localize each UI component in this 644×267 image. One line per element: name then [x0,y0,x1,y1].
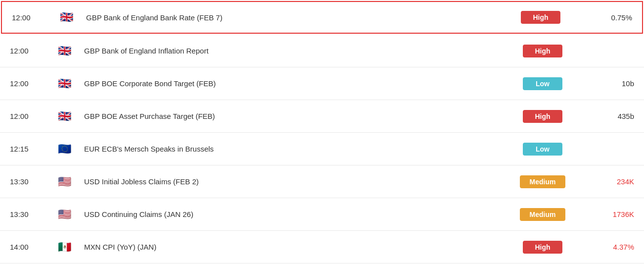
flag-icon: 🇲🇽 [56,239,72,255]
event-value: 4.37% [575,243,634,251]
usd-flag: 🇺🇸 [49,207,79,222]
event-value: 435b [575,112,634,120]
event-name: GBP BOE Asset Purchase Target (FEB) [79,112,510,120]
event-name: USD Initial Jobless Claims (FEB 2) [79,177,510,186]
impact-badge-container: Low [510,143,575,156]
impact-badge-container: Medium [510,175,575,188]
flag-icon: 🇬🇧 [56,43,72,59]
flag-icon: 🇺🇸 [56,174,72,190]
event-time: 13:30 [10,210,49,218]
event-name: MXN CPI (YoY) (JAN) [79,243,510,251]
event-name: EUR ECB's Mersch Speaks in Brussels [79,145,510,153]
table-row[interactable]: 13:30 🇺🇸 USD Continuing Claims (JAN 26) … [0,198,644,231]
flag-icon: 🇬🇧 [56,108,72,124]
event-value: 0.75% [573,13,632,22]
table-row[interactable]: 12:00 🇬🇧 GBP BOE Corporate Bond Target (… [0,67,644,100]
event-value: 10b [575,79,634,88]
impact-badge: High [523,110,562,123]
impact-badge-container: High [510,45,575,57]
flag-icon: 🇬🇧 [56,76,72,92]
impact-badge: High [523,45,562,57]
impact-badge-container: High [510,241,575,254]
usd-flag: 🇺🇸 [49,174,79,190]
table-row[interactable]: 14:00 🇲🇽 MXN CPI (YoY) (JAN) High 4.37% [0,231,644,264]
table-row[interactable]: 12:00 🇬🇧 GBP Bank of England Bank Rate (… [1,1,643,34]
impact-badge: High [521,11,560,24]
flag-icon: 🇺🇸 [56,207,72,222]
impact-badge-container: High [510,110,575,123]
event-time: 12:00 [12,13,51,22]
event-time: 12:15 [10,145,49,153]
event-value: 234K [575,177,634,186]
event-time: 14:00 [10,243,49,251]
table-row[interactable]: 13:30 🇺🇸 USD Initial Jobless Claims (FEB… [0,165,644,198]
event-time: 12:00 [10,112,49,120]
impact-badge-container: High [508,11,573,24]
flag-icon: 🇪🇺 [56,141,72,157]
table-row[interactable]: 12:00 🇬🇧 GBP BOE Asset Purchase Target (… [0,100,644,133]
gbp-flag: 🇬🇧 [49,76,79,92]
impact-badge: Low [523,77,562,90]
eur-flag: 🇪🇺 [49,141,79,157]
impact-badge: Low [523,143,562,156]
mxn-flag: 🇲🇽 [49,239,79,255]
event-name: GBP BOE Corporate Bond Target (FEB) [79,79,510,88]
event-time: 12:00 [10,47,49,55]
gbp-flag: 🇬🇧 [49,43,79,59]
gbp-flag: 🇬🇧 [51,9,81,25]
impact-badge-container: Low [510,77,575,90]
event-name: GBP Bank of England Inflation Report [79,47,510,55]
event-name: USD Continuing Claims (JAN 26) [79,210,510,218]
impact-badge: Medium [520,175,566,188]
event-value: 1736K [575,210,634,218]
gbp-flag: 🇬🇧 [49,108,79,124]
event-time: 12:00 [10,79,49,88]
event-time: 13:30 [10,177,49,186]
impact-badge: High [523,241,562,254]
impact-badge: Medium [520,208,566,221]
table-row[interactable]: 12:00 🇬🇧 GBP Bank of England Inflation R… [0,35,644,67]
economic-calendar-table: 12:00 🇬🇧 GBP Bank of England Bank Rate (… [0,1,644,264]
table-row[interactable]: 12:15 🇪🇺 EUR ECB's Mersch Speaks in Brus… [0,133,644,165]
impact-badge-container: Medium [510,208,575,221]
flag-icon: 🇬🇧 [58,9,74,25]
event-name: GBP Bank of England Bank Rate (FEB 7) [81,13,508,22]
